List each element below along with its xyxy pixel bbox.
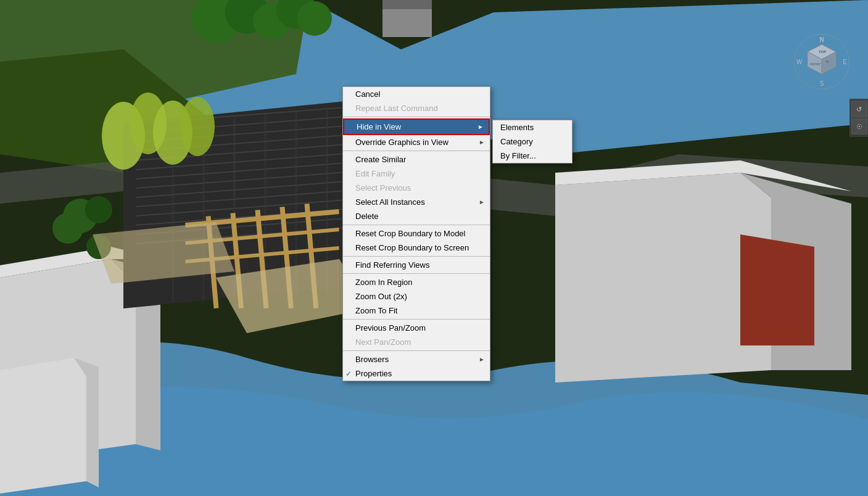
separator-6	[343, 319, 490, 320]
zoom-to-fit-label: Zoom To Fit	[355, 306, 397, 315]
context-menu: Cancel Repeat Last Command Hide in View …	[342, 86, 490, 381]
separator-7	[343, 350, 490, 351]
separator-2	[343, 151, 490, 151]
reset-crop-screen-label: Reset Crop Boundary to Screen	[355, 243, 469, 252]
zoom-in-region-label: Zoom In Region	[355, 278, 413, 287]
cancel-menu-item[interactable]: Cancel	[343, 87, 490, 101]
browsers-arrow: ►	[479, 356, 485, 363]
properties-menu-item[interactable]: ✓ Properties	[343, 366, 490, 381]
create-similar-menu-item[interactable]: Create Similar	[343, 152, 490, 167]
context-menu-overlay: Cancel Repeat Last Command Hide in View …	[0, 0, 868, 496]
submenu-by-filter[interactable]: By Filter...	[493, 149, 572, 163]
edit-family-menu-item: Edit Family	[343, 167, 490, 181]
next-pan-zoom-label: Next Pan/Zoom	[355, 337, 411, 347]
next-pan-zoom-menu-item: Next Pan/Zoom	[343, 335, 490, 349]
previous-pan-zoom-label: Previous Pan/Zoom	[355, 323, 426, 333]
zoom-in-region-menu-item[interactable]: Zoom In Region	[343, 275, 490, 289]
by-filter-label: By Filter...	[500, 151, 536, 160]
previous-pan-zoom-menu-item[interactable]: Previous Pan/Zoom	[343, 321, 490, 335]
browsers-label: Browsers	[355, 355, 389, 364]
browsers-menu-item[interactable]: Browsers ►	[343, 352, 490, 366]
reset-crop-screen-menu-item[interactable]: Reset Crop Boundary to Screen	[343, 241, 490, 255]
hide-in-view-submenu: Elements Category By Filter...	[492, 120, 572, 163]
elements-label: Elements	[500, 123, 534, 132]
edit-family-label: Edit Family	[355, 169, 395, 178]
select-previous-menu-item: Select Previous	[343, 181, 490, 195]
properties-check: ✓	[345, 370, 352, 378]
properties-label: Properties	[355, 369, 392, 378]
separator-3	[343, 225, 490, 225]
create-similar-label: Create Similar	[355, 155, 406, 164]
separator-1	[343, 117, 490, 117]
repeat-last-label: Repeat Last Command	[355, 104, 438, 113]
submenu-elements[interactable]: Elements	[493, 120, 572, 134]
submenu-category[interactable]: Category	[493, 134, 572, 149]
select-all-instances-arrow: ►	[479, 199, 485, 205]
override-graphics-label: Override Graphics in View	[355, 138, 448, 147]
zoom-to-fit-menu-item[interactable]: Zoom To Fit	[343, 304, 490, 318]
zoom-out-2x-menu-item[interactable]: Zoom Out (2x)	[343, 289, 490, 304]
hide-in-view-arrow: ►	[477, 123, 484, 130]
reset-crop-model-label: Reset Crop Boundary to Model	[355, 229, 465, 238]
zoom-out-2x-label: Zoom Out (2x)	[355, 292, 407, 301]
find-referring-menu-item[interactable]: Find Referring Views	[343, 258, 490, 272]
override-graphics-arrow: ►	[479, 139, 485, 146]
delete-menu-item[interactable]: Delete	[343, 209, 490, 223]
repeat-last-menu-item: Repeat Last Command	[343, 101, 490, 115]
hide-in-view-label: Hide in View	[357, 122, 401, 131]
override-graphics-menu-item[interactable]: Override Graphics in View ►	[343, 135, 490, 149]
separator-5	[343, 273, 490, 274]
reset-crop-model-menu-item[interactable]: Reset Crop Boundary to Model	[343, 226, 490, 241]
category-label: Category	[500, 137, 533, 146]
select-all-instances-menu-item[interactable]: Select All Instances ►	[343, 195, 490, 209]
select-previous-label: Select Previous	[355, 183, 411, 192]
select-all-instances-label: Select All Instances	[355, 197, 425, 207]
hide-in-view-menu-item[interactable]: Hide in View ► Elements Category By Filt…	[343, 118, 490, 135]
delete-label: Delete	[355, 212, 379, 221]
cancel-label: Cancel	[355, 89, 380, 99]
find-referring-label: Find Referring Views	[355, 260, 429, 270]
separator-4	[343, 256, 490, 257]
